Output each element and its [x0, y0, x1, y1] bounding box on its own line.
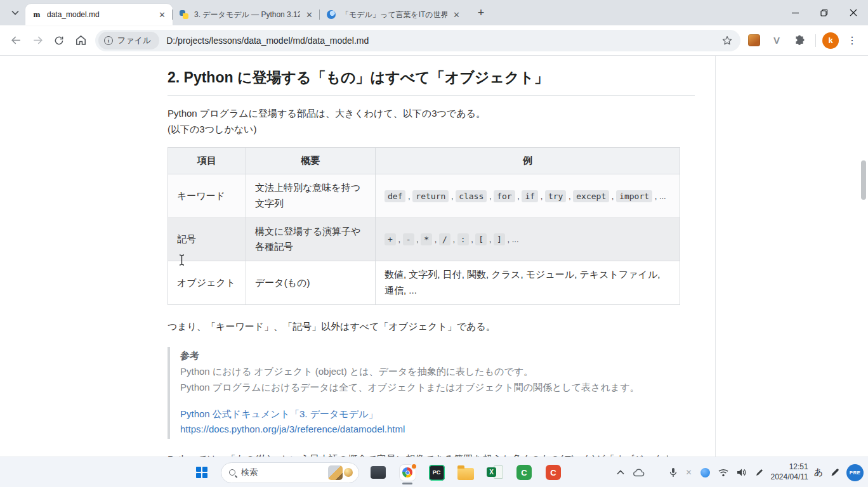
python-docs-link[interactable]: Python 公式ドキュメント「3. データモデル」	[180, 406, 695, 422]
scrollbar-thumb[interactable]	[861, 160, 866, 200]
ime-indicator[interactable]: あ	[814, 467, 823, 478]
browser-toolbar: i ファイル D:/projects/lessons/data_model/md…	[0, 25, 868, 56]
table-row-symbol: 記号 構文に登場する演算子や各種記号 + , - , * , / , : , […	[168, 218, 680, 261]
excel-icon: X	[487, 465, 503, 480]
onedrive-cloud-icon[interactable]	[631, 467, 646, 478]
code-chip: try	[545, 190, 566, 202]
pycharm-icon: PC	[429, 465, 445, 481]
window-controls	[780, 0, 868, 25]
red-c-app-icon: C	[546, 465, 561, 480]
restore-button[interactable]	[810, 0, 839, 25]
python-icon	[179, 10, 189, 20]
url-scheme-chip[interactable]: i ファイル	[98, 32, 159, 49]
back-button[interactable]	[5, 30, 27, 51]
extensions-puzzle-icon[interactable]	[790, 31, 809, 50]
chip-separator: ,	[487, 192, 494, 201]
taskbar-app-folder[interactable]	[453, 460, 478, 485]
intro-line-1: Python プログラムに登場する部品は、大きくわけて、以下の3つである。	[168, 106, 695, 122]
explorer-icon	[371, 466, 386, 479]
section-heading: 2. Python に登場する「もの」はすべて「オブジェクト」	[168, 68, 695, 96]
taskbar-app-pycharm[interactable]: PC	[424, 460, 449, 485]
tray-date: 2024/04/11	[771, 472, 808, 483]
tray-x-icon[interactable]: ✕	[684, 467, 693, 478]
page-scrollbar[interactable]	[860, 56, 867, 457]
minimize-button[interactable]	[780, 0, 810, 25]
chip-separator: ,	[449, 192, 456, 201]
code-chip: ]	[494, 233, 505, 245]
search-highlight-image-icon[interactable]	[328, 465, 343, 480]
search-label: 検索	[241, 467, 328, 478]
table-row-keyword: キーワード 文法上特別な意味を持つ文字列 def , return , clas…	[168, 174, 680, 218]
chip-separator: , ...	[505, 235, 519, 244]
taskbar-app-explorer[interactable]	[365, 460, 391, 485]
chrome-menu-kebab-icon[interactable]: ⋮	[843, 31, 862, 50]
folder-icon	[457, 468, 474, 480]
taskbar-app-excel[interactable]: X	[482, 460, 508, 485]
taskbar-app-c-green[interactable]: C	[511, 460, 537, 485]
profile-avatar[interactable]: k	[822, 32, 839, 49]
tray-chevron-up-icon[interactable]	[615, 469, 626, 476]
closing-paragraph: Pythonでは、「もの(物)」という日本語の概念で容易に想像できる範囲を超えた…	[168, 451, 691, 457]
toolbar-separator	[815, 34, 816, 47]
microphone-icon[interactable]	[668, 466, 678, 479]
taskbar-app-c-red[interactable]: C	[541, 460, 566, 485]
forward-button[interactable]	[27, 30, 48, 51]
taskbar-search-box[interactable]: 検索	[221, 462, 359, 483]
parts-table: 項目 概要 例 キーワード 文法上特別な意味を持つ文字列 def , retur…	[168, 147, 680, 304]
tab-search-chevron-icon[interactable]	[6, 4, 24, 22]
mouse-text-cursor	[178, 254, 185, 268]
toolbar-right-tools: V k ⋮	[744, 31, 863, 50]
cell-examples: + , - , * , / , : , [ , ] , ...	[376, 218, 680, 261]
reference-blockquote: 参考 Python における オブジェクト (object) とは、データを抽象…	[168, 347, 695, 439]
volume-icon[interactable]	[735, 467, 748, 478]
wifi-icon[interactable]	[717, 467, 730, 478]
code-chip: def	[385, 190, 405, 202]
table-row-object: オブジェクト データ(もの) 数値, 文字列, 日付, 関数, クラス, モジュ…	[168, 261, 680, 305]
tab-model-article[interactable]: 「モデル」って言葉をITの世界でよく ✕	[320, 4, 467, 25]
markdown-document: 2. Python に登場する「もの」はすべて「オブジェクト」 Python プ…	[168, 56, 695, 457]
home-button[interactable]	[70, 30, 91, 51]
bookmark-star-icon[interactable]	[721, 35, 733, 46]
chrome-profile-badge	[411, 463, 418, 470]
extension-v-icon[interactable]: V	[767, 31, 786, 50]
chip-separator: ,	[414, 235, 421, 244]
chip-separator: ,	[450, 235, 457, 244]
system-tray: ✕ 12:51 2024/04/11 あ PRE	[615, 457, 865, 487]
search-highlight-badge-icon[interactable]	[344, 468, 353, 477]
page-content: 2. Python に登場する「もの」はすべて「オブジェクト」 Python プ…	[0, 56, 868, 457]
start-button[interactable]	[189, 460, 214, 485]
code-chip: except	[573, 190, 609, 202]
active-app-indicator	[402, 483, 412, 484]
cell-examples: def , return , class , for , if , try , …	[376, 174, 680, 218]
code-chip: return	[412, 190, 449, 202]
extension-orange-icon[interactable]	[744, 31, 763, 50]
tab-python-docs[interactable]: 3. データモデル — Python 3.12.3 | ✕	[173, 4, 320, 25]
colorful-app-tray-icon[interactable]	[652, 467, 662, 478]
new-tab-button[interactable]: +	[472, 4, 490, 22]
pen-input-icon[interactable]	[754, 467, 765, 478]
url-text[interactable]: D:/projects/lessons/data_model/md/data_m…	[166, 36, 721, 46]
tray-clock[interactable]: 12:51 2024/04/11	[771, 462, 808, 482]
close-tab-icon[interactable]: ✕	[451, 10, 462, 20]
close-window-button[interactable]	[839, 0, 868, 25]
code-chip: class	[456, 190, 487, 202]
reload-button[interactable]	[48, 30, 70, 51]
stylus-icon[interactable]	[829, 467, 841, 479]
chip-separator: ,	[566, 192, 573, 201]
address-bar[interactable]: i ファイル D:/projects/lessons/data_model/md…	[95, 30, 740, 51]
code-chip: -	[403, 233, 414, 245]
pre-badge[interactable]: PRE	[846, 464, 864, 481]
chrome-icon	[400, 465, 416, 481]
blue-orb-tray-icon[interactable]	[699, 467, 711, 479]
tab-data-model[interactable]: m data_model.md ✕	[25, 4, 173, 25]
col-header-item: 項目	[168, 148, 246, 174]
close-tab-icon[interactable]: ✕	[157, 10, 168, 20]
close-tab-icon[interactable]: ✕	[304, 10, 315, 20]
taskbar-app-chrome[interactable]	[395, 460, 420, 485]
reference-line-2: Python プログラムにおけるデータは全て、オブジェクトまたはオブジェクト間の…	[180, 380, 695, 396]
browser-tab-strip: m data_model.md ✕ 3. データモデル — Python 3.1…	[0, 0, 868, 25]
site-favicon-blue-icon	[326, 10, 336, 20]
scheme-chip-label: ファイル	[117, 35, 151, 46]
chip-separator: ,	[487, 235, 494, 244]
python-docs-url-link[interactable]: https://docs.python.org/ja/3/reference/d…	[180, 422, 695, 438]
